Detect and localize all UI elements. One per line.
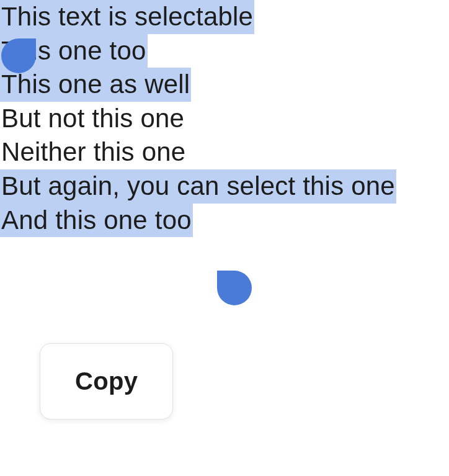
text-line[interactable]: And this one too bbox=[0, 204, 193, 238]
text-line[interactable]: This one as well bbox=[0, 68, 191, 102]
context-menu: Copy bbox=[40, 343, 173, 420]
text-container: This text is selectable This one too Thi… bbox=[0, 0, 449, 237]
text-line[interactable]: But not this one bbox=[0, 102, 185, 136]
selection-handle-start-icon[interactable] bbox=[1, 38, 36, 73]
text-line[interactable]: This text is selectable bbox=[0, 0, 254, 34]
selection-handle-end-icon[interactable] bbox=[217, 271, 252, 305]
text-line[interactable]: But again, you can select this one bbox=[0, 169, 396, 204]
text-line[interactable]: Neither this one bbox=[0, 135, 187, 169]
copy-button[interactable]: Copy bbox=[75, 367, 138, 395]
